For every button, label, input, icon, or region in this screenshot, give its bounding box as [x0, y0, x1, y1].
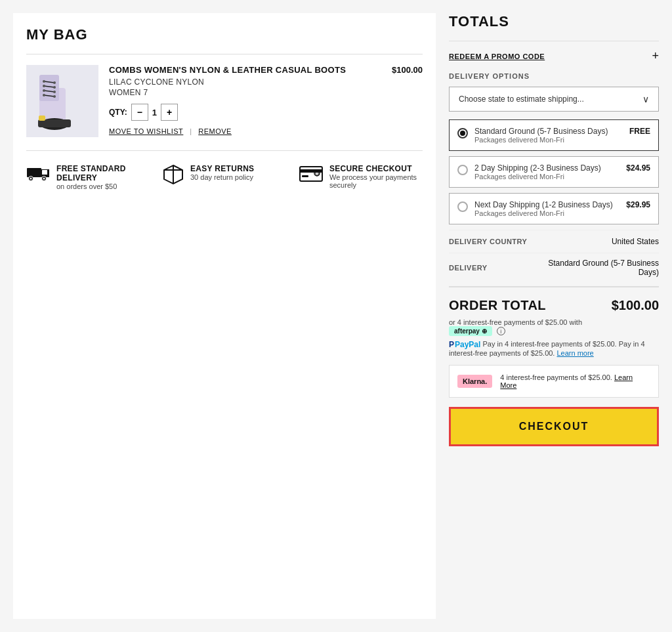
totals-title: TOTALS: [449, 13, 659, 30]
checkout-button[interactable]: CHECKOUT: [449, 407, 659, 446]
returns-title: EASY RETURNS: [190, 164, 254, 173]
shipping-details-standard: Standard Ground (5-7 Business Days) FREE…: [474, 127, 650, 144]
promo-row: REDEEM A PROMO CODE +: [449, 49, 659, 63]
chevron-down-icon: ∨: [642, 94, 649, 104]
paypal-learn-more-link[interactable]: Learn more: [556, 349, 593, 357]
svg-point-22: [30, 178, 32, 180]
info-bar: FREE STANDARD DELIVERY on orders over $5…: [26, 150, 423, 190]
delivery-country-row: DELIVERY COUNTRY United States: [449, 230, 659, 253]
radio-2day[interactable]: [457, 165, 468, 175]
shipping-row-standard: Standard Ground (5-7 Business Days) FREE: [474, 127, 650, 136]
product-price: $100.00: [392, 65, 423, 75]
klarna-badge: Klarna.: [457, 375, 492, 388]
product-image: [26, 65, 98, 137]
klarna-box: Klarna. 4 interest-free payments of $25.…: [449, 365, 659, 398]
svg-rect-27: [300, 167, 322, 181]
radio-standard[interactable]: [457, 128, 468, 138]
paypal-row: PPayPal Pay in 4 interest-free payments …: [449, 340, 659, 357]
delivery-info-label: DELIVERY: [449, 264, 488, 272]
radio-nextday[interactable]: [457, 201, 468, 212]
truck-icon: [26, 164, 50, 186]
shipping-sub-nextday: Packages delivered Mon-Fri: [474, 209, 650, 217]
shipping-option-2day[interactable]: 2 Day Shipping (2-3 Business Days) $24.9…: [449, 156, 659, 188]
svg-point-14: [53, 91, 56, 93]
product-size: WOMEN 7: [109, 88, 423, 97]
product-row: COMBS WOMEN'S NYLON & LEATHER CASUAL BOO…: [26, 65, 423, 137]
promo-plus-icon[interactable]: +: [652, 49, 659, 63]
action-separator: |: [190, 127, 192, 135]
shipping-row-nextday: Next Day Shipping (1-2 Business Days) $2…: [474, 200, 650, 209]
state-dropdown[interactable]: Choose state to estimate shipping... ∨: [449, 87, 659, 112]
shipping-name-nextday: Next Day Shipping (1-2 Business Days): [474, 200, 613, 209]
paypal-p-light: PayPal: [455, 340, 480, 349]
svg-rect-2: [39, 75, 59, 101]
shipping-sub-standard: Packages delivered Mon-Fri: [474, 136, 650, 144]
product-color: LILAC CYCLONE NYLON: [109, 77, 423, 87]
svg-point-12: [53, 86, 56, 89]
delivery-subtitle: on orders over $50: [56, 182, 150, 190]
shipping-sub-2day: Packages delivered Mon-Fri: [474, 173, 650, 180]
qty-increase-button[interactable]: +: [161, 104, 178, 121]
shipping-option-standard[interactable]: Standard Ground (5-7 Business Days) FREE…: [449, 119, 659, 151]
shipping-option-nextday[interactable]: Next Day Shipping (1-2 Business Days) $2…: [449, 193, 659, 224]
delivery-country-value: United States: [612, 237, 659, 246]
shipping-details-2day: 2 Day Shipping (2-3 Business Days) $24.9…: [474, 163, 650, 180]
afterpay-text: or 4 interest-free payments of $25.00 wi…: [449, 318, 582, 326]
qty-decrease-button[interactable]: −: [131, 104, 148, 121]
paypal-logo: PPayPal: [449, 340, 480, 349]
qty-label: QTY:: [109, 108, 127, 117]
product-actions: MOVE TO WISHLIST | REMOVE: [109, 127, 423, 135]
promo-code-link[interactable]: REDEEM A PROMO CODE: [449, 53, 545, 60]
shipping-row-2day: 2 Day Shipping (2-3 Business Days) $24.9…: [474, 163, 650, 173]
svg-rect-4: [39, 116, 45, 121]
order-total-price: $100.00: [612, 298, 659, 313]
info-item-delivery: FREE STANDARD DELIVERY on orders over $5…: [26, 164, 150, 190]
product-details: COMBS WOMEN'S NYLON & LEATHER CASUAL BOO…: [109, 65, 423, 137]
info-text-delivery: FREE STANDARD DELIVERY on orders over $5…: [56, 164, 150, 190]
bag-divider: [26, 54, 423, 54]
svg-point-16: [53, 95, 56, 98]
secure-title: SECURE CHECKOUT: [329, 164, 423, 173]
boot-illustration: [30, 68, 95, 134]
svg-point-23: [43, 178, 45, 180]
page-container: MY BAG: [0, 0, 672, 632]
shipping-price-nextday: $29.95: [626, 200, 650, 209]
radio-inner-standard: [460, 131, 465, 136]
product-name: COMBS WOMEN'S NYLON & LEATHER CASUAL BOO…: [109, 65, 346, 75]
shipping-name-standard: Standard Ground (5-7 Business Days): [474, 127, 608, 136]
shipping-price-standard: FREE: [629, 127, 650, 136]
shipping-options: Standard Ground (5-7 Business Days) FREE…: [449, 119, 659, 224]
svg-point-9: [43, 80, 45, 83]
qty-value: 1: [152, 108, 157, 117]
klarna-text: 4 interest-free payments of $25.00. Lear…: [500, 373, 650, 389]
delivery-options-label: DELIVERY OPTIONS: [449, 72, 659, 80]
paypal-p-blue: P: [449, 340, 454, 349]
delivery-info-value: Standard Ground (5-7 Business Days): [547, 259, 659, 277]
state-dropdown-text: Choose state to estimate shipping...: [459, 95, 584, 104]
svg-point-15: [43, 94, 45, 96]
paypal-text: Pay in 4 interest-free payments of $25.0…: [482, 340, 616, 348]
lock-card-icon: [299, 164, 323, 186]
totals-divider: [449, 41, 659, 41]
svg-point-11: [43, 85, 45, 87]
info-item-returns: EASY RETURNS 30 day return policy: [163, 164, 286, 190]
box-icon: [163, 164, 184, 189]
left-panel: MY BAG: [13, 13, 436, 619]
order-total-label: ORDER TOTAL: [449, 298, 546, 313]
svg-rect-29: [302, 175, 308, 177]
move-to-wishlist-link[interactable]: MOVE TO WISHLIST: [109, 127, 183, 135]
info-item-secure: SECURE CHECKOUT We process your payments…: [299, 164, 423, 190]
bag-title: MY BAG: [26, 26, 423, 43]
order-total-row: ORDER TOTAL $100.00: [449, 286, 659, 318]
afterpay-info-icon[interactable]: i: [497, 327, 505, 335]
quantity-row: QTY: − 1 +: [109, 104, 423, 121]
shipping-details-nextday: Next Day Shipping (1-2 Business Days) $2…: [474, 200, 650, 217]
klarna-payment-text: 4 interest-free payments of $25.00.: [500, 373, 612, 381]
info-text-returns: EASY RETURNS 30 day return policy: [190, 164, 254, 181]
svg-point-13: [43, 89, 45, 92]
afterpay-badge: afterpay ⊕: [449, 326, 492, 336]
product-header: COMBS WOMEN'S NYLON & LEATHER CASUAL BOO…: [109, 65, 423, 77]
remove-link[interactable]: REMOVE: [198, 127, 232, 135]
shipping-name-2day: 2 Day Shipping (2-3 Business Days): [474, 163, 601, 173]
returns-subtitle: 30 day return policy: [190, 173, 254, 181]
